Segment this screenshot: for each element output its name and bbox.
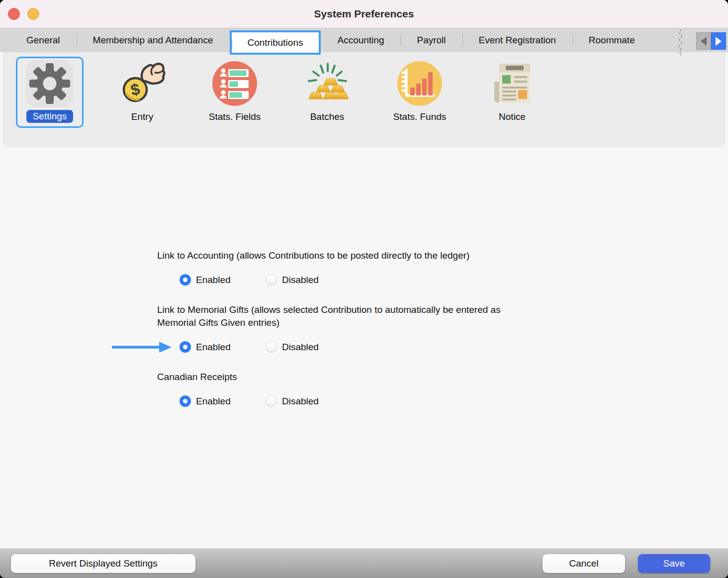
radio-on-icon[interactable] bbox=[180, 341, 191, 353]
footer-bar: Revert Displayed Settings Cancel Save bbox=[0, 549, 728, 578]
radio-option-enabled[interactable]: Enabled bbox=[180, 395, 266, 407]
radio-group: Enabled Disabled bbox=[180, 274, 728, 286]
setting-label: Link to Memorial Gifts (allows selected … bbox=[157, 303, 535, 329]
radio-option-enabled[interactable]: Enabled bbox=[180, 274, 266, 286]
tab-payroll[interactable]: Payroll bbox=[400, 28, 462, 52]
tab-membership-and-attendance[interactable]: Membership and Attendance bbox=[77, 28, 230, 52]
bar-chart-icon bbox=[396, 60, 444, 107]
system-preferences-window: System Preferences General Membership an… bbox=[0, 0, 728, 578]
radio-off-icon[interactable] bbox=[266, 341, 277, 353]
radio-on-icon[interactable] bbox=[180, 274, 191, 286]
radio-group: Enabled Disabled bbox=[180, 395, 728, 407]
title-bar: System Preferences bbox=[0, 0, 728, 28]
radio-option-label: Enabled bbox=[196, 342, 231, 353]
toolbar-item-stats-fields[interactable]: Stats. Fields bbox=[201, 57, 269, 127]
tab-general[interactable]: General bbox=[10, 28, 77, 52]
tab-accounting[interactable]: Accounting bbox=[321, 28, 400, 52]
setting-label: Link to Accounting (allows Contributions… bbox=[157, 249, 728, 262]
radio-option-disabled[interactable]: Disabled bbox=[266, 395, 352, 407]
toolbar-item-label: Batches bbox=[310, 111, 345, 122]
cancel-button[interactable]: Cancel bbox=[543, 554, 625, 573]
radio-option-enabled[interactable]: Enabled bbox=[180, 341, 266, 353]
toolbar-item-settings[interactable]: Settings bbox=[16, 57, 84, 128]
tab-contributions[interactable]: Contributions bbox=[230, 30, 321, 55]
contributions-toolbar: Settings $ Entry bbox=[2, 52, 726, 147]
window-title: System Preferences bbox=[0, 8, 728, 20]
radio-option-label: Enabled bbox=[196, 396, 231, 407]
radio-on-icon[interactable] bbox=[180, 395, 191, 407]
radio-option-label: Disabled bbox=[282, 396, 319, 407]
toolbar-item-label: Settings bbox=[26, 110, 74, 123]
settings-content: Link to Accounting (allows Contributions… bbox=[0, 147, 728, 407]
radio-option-disabled[interactable]: Disabled bbox=[266, 274, 352, 286]
radio-option-disabled[interactable]: Disabled bbox=[266, 341, 352, 353]
tab-overflow-torn-edge bbox=[677, 29, 684, 57]
minimize-window-icon[interactable] bbox=[27, 8, 39, 20]
hand-coin-icon: $ bbox=[118, 60, 166, 107]
toolbar-item-label: Entry bbox=[131, 111, 153, 122]
radio-off-icon[interactable] bbox=[266, 395, 277, 407]
revert-displayed-settings-button[interactable]: Revert Displayed Settings bbox=[11, 554, 195, 573]
toolbar-item-label: Stats. Funds bbox=[393, 111, 447, 122]
toolbar-item-stats-funds[interactable]: Stats. Funds bbox=[386, 57, 454, 127]
tab-roommate[interactable]: Roommate bbox=[572, 28, 651, 52]
setting-group-link-to-accounting: Link to Accounting (allows Contributions… bbox=[157, 249, 728, 286]
people-list-icon bbox=[211, 60, 259, 107]
annotation-arrow-icon bbox=[111, 341, 173, 356]
save-button[interactable]: Save bbox=[638, 554, 710, 573]
radio-group: Enabled Disabled bbox=[180, 341, 728, 353]
toolbar-item-batches[interactable]: Batches bbox=[293, 57, 361, 127]
toolbar-item-notice[interactable]: Notice bbox=[478, 57, 546, 127]
newspaper-icon bbox=[488, 60, 536, 107]
tab-event-registration[interactable]: Event Registration bbox=[462, 28, 572, 52]
toolbar-item-entry[interactable]: $ Entry bbox=[108, 57, 176, 127]
radio-option-label: Disabled bbox=[282, 342, 319, 353]
scroll-tabs-left-icon[interactable] bbox=[696, 32, 711, 50]
setting-group-canadian-receipts: Canadian Receipts Enabled Disabled bbox=[157, 371, 728, 407]
radio-option-label: Disabled bbox=[282, 275, 319, 286]
traffic-lights bbox=[8, 8, 39, 20]
tab-scroll-controls bbox=[696, 32, 726, 50]
setting-group-link-to-memorial-gifts: Link to Memorial Gifts (allows selected … bbox=[157, 303, 728, 353]
toolbar-item-label: Stats. Fields bbox=[209, 111, 261, 122]
close-window-icon[interactable] bbox=[8, 8, 20, 20]
radio-option-label: Enabled bbox=[196, 275, 231, 286]
radio-off-icon[interactable] bbox=[266, 274, 277, 286]
scroll-tabs-right-icon[interactable] bbox=[711, 32, 726, 50]
toolbar-item-label: Notice bbox=[499, 111, 526, 122]
setting-label: Canadian Receipts bbox=[157, 371, 728, 384]
tab-bar: General Membership and Attendance Contri… bbox=[0, 28, 728, 52]
gold-bars-icon bbox=[303, 60, 351, 107]
gear-icon bbox=[26, 60, 74, 107]
